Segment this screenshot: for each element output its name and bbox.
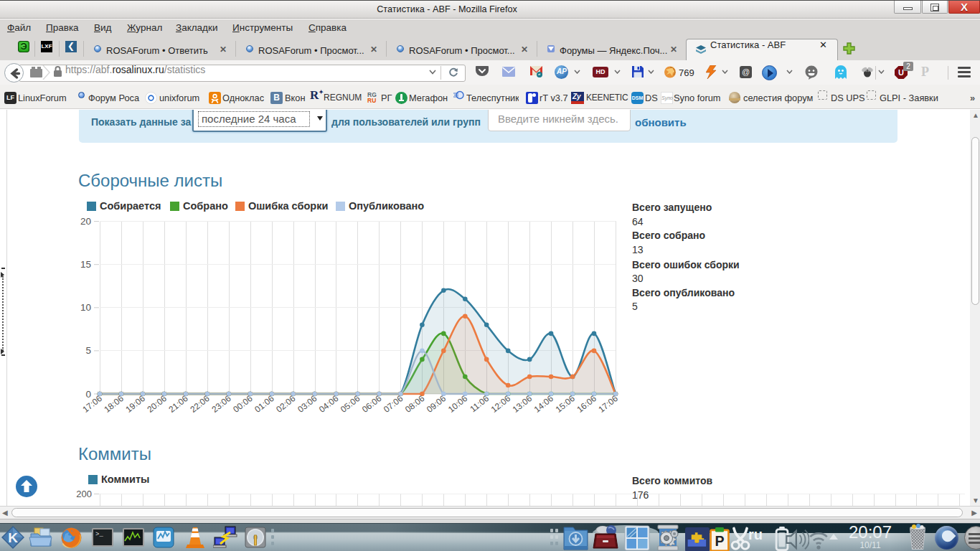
svg-text:17:06: 17:06 [81, 393, 105, 415]
svg-text:09:06: 09:06 [425, 393, 448, 415]
svg-text:14:06: 14:06 [532, 393, 556, 415]
svg-text:11:06: 11:06 [468, 393, 491, 414]
svg-text:16:06: 16:06 [575, 393, 599, 415]
svg-text:05:06: 05:06 [339, 393, 362, 415]
svg-text:K: K [8, 530, 18, 545]
svg-text:04:06: 04:06 [317, 393, 341, 415]
svg-text:23:06: 23:06 [209, 393, 233, 415]
svg-text:10:06: 10:06 [446, 393, 470, 415]
svg-text:15: 15 [80, 259, 91, 270]
svg-text:5: 5 [85, 345, 91, 356]
svg-text:17:06: 17:06 [597, 393, 621, 415]
svg-text:P: P [715, 533, 724, 549]
svg-text:15:06: 15:06 [554, 393, 578, 415]
svg-text:03:06: 03:06 [296, 393, 319, 415]
svg-text:10: 10 [80, 302, 91, 313]
svg-text:13:06: 13:06 [511, 393, 534, 415]
svg-text:20: 20 [80, 216, 91, 227]
svg-text:>_: >_ [95, 531, 103, 538]
svg-text:02:06: 02:06 [274, 393, 298, 415]
svg-text:00:06: 00:06 [231, 393, 255, 415]
svg-text:22:06: 22:06 [188, 393, 212, 415]
svg-text:08:06: 08:06 [403, 393, 427, 415]
svg-text:18:06: 18:06 [103, 393, 126, 415]
svg-text:01:06: 01:06 [253, 393, 276, 415]
svg-text:07:06: 07:06 [382, 393, 405, 415]
svg-text:12:06: 12:06 [489, 393, 513, 415]
svg-text:19:06: 19:06 [123, 393, 147, 415]
svg-text:20:06: 20:06 [145, 393, 169, 415]
svg-text:0: 0 [85, 389, 91, 400]
svg-text:06:06: 06:06 [360, 393, 384, 415]
svg-text:21:06: 21:06 [166, 393, 190, 415]
